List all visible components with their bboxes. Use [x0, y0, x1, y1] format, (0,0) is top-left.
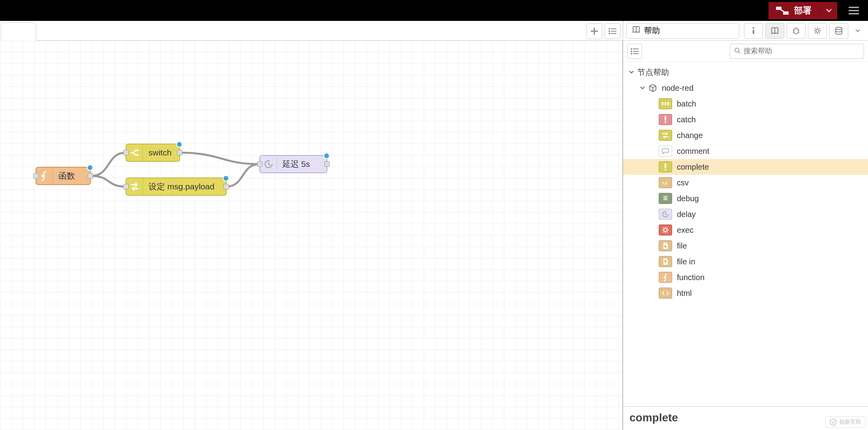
help-search-box[interactable] [730, 44, 864, 59]
info-tab-button[interactable] [744, 23, 763, 39]
sidebar: 帮助 节点帮助 node-red batchcatchchan [623, 21, 868, 430]
batch-swatch-icon [659, 98, 672, 109]
svg-rect-8 [611, 31, 616, 32]
help-item-complete[interactable]: complete [623, 159, 868, 175]
help-search-input[interactable] [744, 47, 860, 55]
node-delay[interactable]: 延迟 5s [259, 155, 327, 173]
help-item-function[interactable]: function [623, 269, 868, 285]
help-tree: 节点帮助 node-red batchcatchchangecommentcom… [623, 62, 868, 406]
svg-rect-20 [633, 51, 639, 52]
node-label: 延迟 5s [277, 159, 316, 170]
add-flow-button[interactable] [586, 23, 602, 39]
html-swatch-icon [659, 288, 672, 299]
help-item-csv[interactable]: 1,2csv [623, 175, 868, 191]
svg-rect-18 [633, 49, 639, 49]
svg-rect-26 [667, 102, 669, 105]
change-icon [126, 178, 143, 195]
svg-point-36 [664, 228, 667, 232]
flow-list-button[interactable] [605, 23, 620, 39]
flow-tab[interactable] [1, 22, 36, 41]
chevron-down-icon [639, 84, 646, 92]
help-item-label: html [677, 289, 692, 298]
sidebar-title: 帮助 [644, 25, 660, 36]
svg-rect-29 [665, 163, 666, 168]
hamburger-menu-button[interactable] [845, 2, 862, 19]
port-out[interactable] [224, 184, 229, 189]
help-item-label: function [677, 273, 705, 282]
complete-swatch-icon [659, 161, 672, 172]
deploy-icon [776, 7, 789, 15]
help-item-comment[interactable]: comment [623, 143, 868, 159]
sidebar-more-button[interactable] [851, 23, 865, 39]
exec-swatch-icon [659, 224, 672, 236]
svg-point-5 [609, 28, 610, 30]
svg-point-19 [631, 50, 632, 52]
help-item-file[interactable]: file [623, 238, 868, 254]
context-tab-button[interactable] [829, 23, 848, 39]
svg-point-12 [753, 27, 754, 28]
delay-swatch-icon [659, 209, 672, 220]
tree-root[interactable]: 节点帮助 [623, 64, 868, 80]
help-item-label: file in [677, 257, 695, 266]
file-in-swatch-icon [659, 256, 672, 267]
help-item-catch[interactable]: catch [623, 112, 868, 127]
debug-tab-button[interactable] [787, 23, 806, 39]
help-item-html[interactable]: html [623, 285, 868, 301]
svg-rect-33 [663, 198, 667, 198]
port-out[interactable] [324, 161, 330, 167]
node-change[interactable]: 设定 msg.payload [126, 178, 227, 196]
svg-rect-2 [849, 7, 859, 8]
tree-root-label: 节点帮助 [637, 67, 669, 78]
function-icon [36, 168, 53, 184]
port-out[interactable] [88, 173, 93, 179]
changed-indicator [176, 141, 182, 148]
wires [0, 41, 622, 430]
csv-swatch-icon: 1,2 [659, 177, 672, 188]
help-item-file-in[interactable]: file in [623, 254, 868, 269]
node-switch[interactable]: switch [126, 144, 180, 162]
sidebar-title-tab[interactable]: 帮助 [626, 23, 739, 39]
switch-icon [126, 144, 143, 161]
deploy-main[interactable]: 部署 [769, 2, 820, 19]
help-item-batch[interactable]: batch [623, 96, 868, 112]
help-item-exec[interactable]: exec [623, 222, 868, 238]
port-in[interactable] [123, 184, 129, 189]
changed-indicator [87, 165, 93, 171]
help-item-label: change [677, 131, 703, 140]
delay-icon [260, 156, 277, 172]
toc-toggle-button[interactable] [627, 44, 642, 59]
svg-point-9 [609, 33, 610, 34]
tree-package[interactable]: node-red [623, 80, 868, 96]
config-tab-button[interactable] [808, 23, 827, 39]
file-swatch-icon [659, 240, 672, 251]
port-in[interactable] [33, 173, 39, 179]
svg-rect-6 [611, 28, 616, 29]
port-in[interactable] [257, 161, 263, 167]
node-label: switch [143, 148, 177, 157]
port-out[interactable] [177, 150, 182, 155]
workspace: 函数 switch 设定 msg.payload [0, 21, 623, 430]
package-icon [648, 84, 657, 92]
canvas[interactable]: 函数 switch 设定 msg.payload [0, 41, 623, 430]
svg-rect-32 [663, 196, 667, 197]
help-item-label: catch [677, 115, 696, 124]
help-item-change[interactable]: change [623, 127, 868, 143]
svg-point-14 [794, 28, 798, 34]
deploy-button[interactable]: 部署 [768, 2, 837, 19]
help-item-label: debug [677, 194, 699, 203]
node-label: 设定 msg.payload [143, 181, 220, 192]
help-search-row [623, 41, 868, 62]
svg-rect-13 [753, 30, 754, 34]
help-item-delay[interactable]: delay [623, 206, 868, 222]
chevron-down-icon [628, 69, 635, 76]
help-item-label: delay [677, 210, 696, 219]
port-in[interactable] [123, 150, 129, 155]
help-tab-button[interactable] [765, 23, 784, 39]
search-icon [734, 47, 740, 55]
help-item-debug[interactable]: debug [623, 191, 868, 206]
deploy-caret[interactable] [820, 2, 837, 19]
svg-point-17 [631, 48, 632, 50]
svg-point-30 [665, 169, 666, 170]
svg-point-23 [735, 48, 739, 52]
node-function[interactable]: 函数 [36, 167, 91, 185]
